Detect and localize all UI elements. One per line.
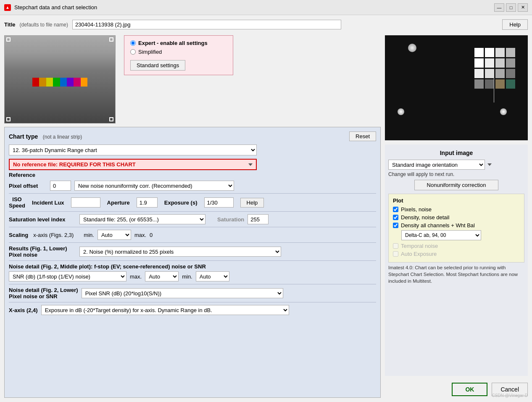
incident-lux-input[interactable] xyxy=(71,197,100,208)
scaling-max-value: 0 xyxy=(150,232,153,238)
noise-max-label: max. xyxy=(130,273,142,280)
xaxis-select[interactable]: Exposure in dB (-20*Target density) for … xyxy=(41,305,289,315)
title-sub: (defaults to file name) xyxy=(20,22,68,28)
content-area: Expert - enable all settings Simplified … xyxy=(4,35,528,398)
temporal-noise-checkbox[interactable] xyxy=(393,243,398,249)
aperture-input[interactable] xyxy=(137,197,158,208)
noise-max-select[interactable]: Auto xyxy=(145,271,179,281)
density-noise-checkbox[interactable] xyxy=(393,215,398,220)
input-image-section xyxy=(385,35,528,140)
iso-help-button[interactable]: Help xyxy=(240,198,264,208)
results-label: Results (Fig. 1, Lower) xyxy=(9,245,76,252)
standard-settings-button[interactable]: Standard settings xyxy=(130,60,185,71)
close-button[interactable]: ✕ xyxy=(518,3,528,12)
noise-detail-row: Noise detail (Fig. 2, Middle plot): f-st… xyxy=(9,263,376,284)
noise-min-label: min. xyxy=(182,273,192,280)
density-all-checkbox[interactable] xyxy=(393,223,398,228)
nonuniformity-button[interactable]: Nonuniformity correction xyxy=(414,180,498,190)
reference-error: No reference file: REQUIRED FOR THIS CHA… xyxy=(9,159,257,170)
results-select[interactable]: 2. Noise (%) normalized to 255 pixels xyxy=(79,247,281,257)
noise-lower-subheader: Pixel noise or SNR xyxy=(9,293,78,300)
noise-min-select[interactable]: Auto xyxy=(196,271,229,281)
chart-image xyxy=(4,35,116,123)
xaxis-row: X-axis (2,4) Exposure in dB (-20*Target … xyxy=(9,305,376,315)
saturation-select[interactable]: Standard file: 255, (or 65535...) xyxy=(79,214,205,224)
auto-exposure-checkbox[interactable] xyxy=(393,251,398,257)
results-sublabel: Pixel noise xyxy=(9,252,76,258)
scaling-row: Scaling x-axis (Figs. 2,3) min. Auto max… xyxy=(9,230,376,243)
help-button[interactable]: Help xyxy=(502,19,528,30)
main-window: Title (defaults to file name) Help xyxy=(0,15,532,402)
auto-exposure-label: Auto Exposure xyxy=(401,251,437,257)
saturation-label: Saturation level index xyxy=(9,216,76,223)
chart-type-panel: Chart type (not a linear strip) Reset 12… xyxy=(4,127,381,398)
noise-lower-controls: Noise detail (Fig. 2, Lower) Pixel noise… xyxy=(9,287,376,300)
exposure-input[interactable] xyxy=(204,197,234,208)
expert-radio[interactable] xyxy=(130,40,136,46)
expert-radio-label[interactable]: Expert - enable all settings xyxy=(130,40,227,46)
pixel-offset-input[interactable] xyxy=(50,181,71,191)
density-all-label: Density all channels + Wht Bal xyxy=(401,222,475,229)
pixels-noise-label: Pixels, noise xyxy=(401,206,432,213)
aperture-label: Aperture xyxy=(107,200,130,206)
chart-select[interactable]: 12. 36-patch Dynamic Range chart xyxy=(9,145,257,155)
iso-row: ISO Speed Incident Lux Aperture Exposure… xyxy=(9,196,376,212)
scaling-min-label: min. xyxy=(84,232,94,238)
orientation-row: Standard image orientation Rotate 90 CW … xyxy=(388,160,524,170)
title-label: Title xyxy=(4,21,16,28)
density-all-row: Density all channels + Wht Bal xyxy=(393,222,520,229)
minimize-button[interactable]: — xyxy=(494,3,504,12)
scaling-label: Scaling xyxy=(9,232,28,238)
reference-error-text: No reference file: REQUIRED FOR THIS CHA… xyxy=(13,161,136,168)
right-panel: Input image Standard image orientation R… xyxy=(385,35,528,398)
saturation-value-input[interactable] xyxy=(248,214,269,224)
noise-detail-header: Noise detail (Fig. 2, Middle plot): f-st… xyxy=(9,263,376,270)
chart-type-header: Chart type (not a linear strip) Reset xyxy=(9,131,376,141)
noise-lower-row: Noise detail (Fig. 2, Lower) Pixel noise… xyxy=(9,287,376,302)
expert-label: Expert - enable all settings xyxy=(138,40,208,46)
plot-title: Plot xyxy=(393,197,520,204)
window-controls: — □ ✕ xyxy=(494,3,528,12)
chart-type-sub: (not a linear strip) xyxy=(43,134,82,140)
left-panel: Expert - enable all settings Simplified … xyxy=(4,35,381,398)
density-noise-row: Density, noise detail xyxy=(393,214,520,221)
saturation-sub-label: Saturation xyxy=(217,216,244,223)
maximize-button[interactable]: □ xyxy=(506,3,516,12)
scaling-max-label: max. xyxy=(134,232,146,238)
scaling-min-select[interactable]: Auto xyxy=(97,230,131,240)
info-text: Imatest 4.0: Chart can be selected prior… xyxy=(388,264,524,284)
chart-select-row: 12. 36-patch Dynamic Range chart xyxy=(9,145,376,155)
noise-lower-select[interactable]: Pixel SNR (dB) (20*log10(S/N)) xyxy=(82,288,283,298)
temporal-noise-label: Temporal noise xyxy=(401,243,438,249)
orientation-select[interactable]: Standard image orientation Rotate 90 CW … xyxy=(388,160,485,170)
noise-detail-select[interactable]: SNR (db) (1/f-stop (1/EV) noise) xyxy=(9,271,126,281)
input-image-label: Input image xyxy=(388,150,524,156)
reference-label: Reference xyxy=(9,172,376,178)
noise-corr-select[interactable]: New noise nonuniformity corr. (Recommend… xyxy=(74,181,234,191)
delta-select[interactable]: Delta-C ab, 94, 00 xyxy=(401,230,481,240)
pixels-noise-row: Pixels, noise xyxy=(393,206,520,213)
noise-lower-header: Noise detail (Fig. 2, Lower) xyxy=(9,287,78,293)
exposure-label: Exposure (s) xyxy=(164,200,198,206)
temporal-noise-row: Temporal noise xyxy=(393,243,520,249)
pixels-noise-checkbox[interactable] xyxy=(393,207,398,212)
incident-lux-label: Incident Lux xyxy=(32,200,64,206)
image-settings-row: Expert - enable all settings Simplified … xyxy=(4,35,381,123)
density-noise-label: Density, noise detail xyxy=(401,214,449,221)
settings-panel: Expert - enable all settings Simplified … xyxy=(124,35,233,75)
reset-button[interactable]: Reset xyxy=(349,131,376,141)
mode-radio-group: Expert - enable all settings Simplified xyxy=(130,40,227,55)
simplified-radio[interactable] xyxy=(130,49,136,55)
pixel-offset-row: Pixel offset New noise nonuniformity cor… xyxy=(9,181,376,194)
simplified-radio-label[interactable]: Simplified xyxy=(130,49,227,55)
title-input[interactable] xyxy=(72,20,341,29)
noise-detail-controls: SNR (db) (1/f-stop (1/EV) noise) max. Au… xyxy=(9,271,376,281)
auto-exposure-row: Auto Exposure xyxy=(393,251,520,257)
title-row: Title (defaults to file name) xyxy=(4,20,341,29)
reference-dropdown-icon xyxy=(248,163,253,166)
plot-section: Plot Pixels, noise Density, noise detail… xyxy=(388,194,524,263)
saturation-row: Saturation level index Standard file: 25… xyxy=(9,214,376,227)
iso-label: ISO Speed xyxy=(9,196,25,209)
watermark: CSDN @Vinegar D xyxy=(492,393,528,398)
ok-button[interactable]: OK xyxy=(452,383,487,396)
